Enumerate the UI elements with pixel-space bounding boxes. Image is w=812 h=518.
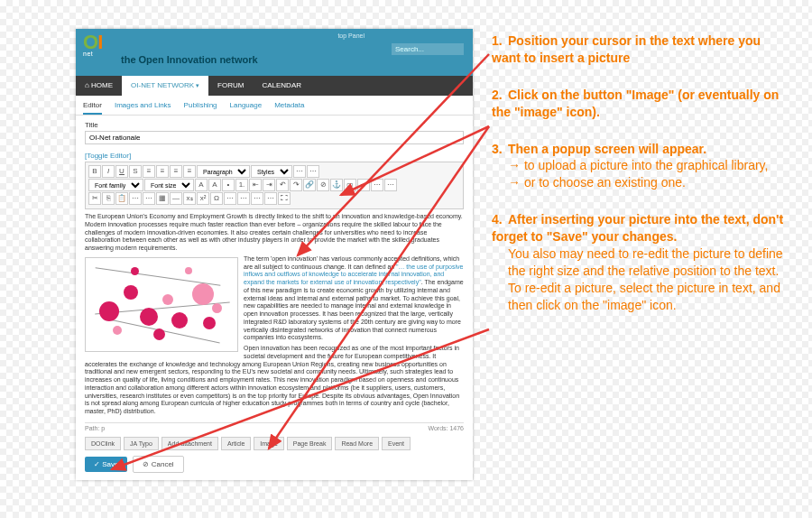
logo-i: I xyxy=(97,31,102,53)
tab-images[interactable]: Images and Links xyxy=(115,101,171,115)
site-logo: OI net xyxy=(83,31,102,57)
outdent-icon[interactable]: ⇤ xyxy=(249,179,262,191)
search-input[interactable] xyxy=(392,43,464,55)
toolbar-icon[interactable]: ⋯ xyxy=(251,192,263,205)
ol-icon[interactable]: 1. xyxy=(235,179,248,191)
toolbar-icon[interactable]: A xyxy=(208,179,221,191)
jatypo-button[interactable]: JA Typo xyxy=(124,437,159,450)
toggle-editor-link[interactable]: [Toggle Editor] xyxy=(76,150,473,162)
toolbar-icon[interactable]: ⋯ xyxy=(307,165,319,178)
article-body[interactable]: The European Union's Economy and Employm… xyxy=(85,213,464,419)
save-button[interactable]: Save xyxy=(85,457,127,472)
char-icon[interactable]: Ω xyxy=(210,192,223,205)
table-icon[interactable]: ▦ xyxy=(156,192,169,205)
toolbar-icon[interactable]: ⋯ xyxy=(293,165,306,178)
link-icon[interactable]: 🔗 xyxy=(303,179,316,191)
toolbar-icon[interactable]: ⋯ xyxy=(384,179,397,191)
word-count: Words: 1476 xyxy=(428,425,464,431)
nav-home[interactable]: HOME xyxy=(76,76,122,96)
align-justify-icon[interactable]: ≡ xyxy=(183,165,196,178)
doclink-button[interactable]: DOClink xyxy=(85,437,121,450)
strike-icon[interactable]: S xyxy=(129,165,142,178)
ul-icon[interactable]: • xyxy=(222,179,235,191)
event-button[interactable]: Event xyxy=(382,437,411,450)
font-size-select[interactable]: Font size xyxy=(144,179,194,191)
instruction-sub: to upload a picture into the graphical l… xyxy=(508,157,789,174)
bold-icon[interactable]: B xyxy=(88,165,101,178)
inline-figure[interactable] xyxy=(85,257,238,352)
cut-icon[interactable]: ✂ xyxy=(88,192,101,205)
tab-metadata[interactable]: Metadata xyxy=(274,101,304,115)
image-button[interactable]: Image xyxy=(254,437,283,450)
body-paragraph: Open innovation has been recognized as o… xyxy=(85,345,464,416)
styles-select[interactable]: Styles xyxy=(251,165,292,178)
insert-button-row: DOClink JA Typo Add attachment Article I… xyxy=(85,437,464,450)
main-nav: HOME OI-NET NETWORK FORUM CALENDAR xyxy=(76,76,473,96)
sub-icon[interactable]: x₂ xyxy=(183,192,196,205)
sup-icon[interactable]: x² xyxy=(197,192,209,205)
fullscreen-icon[interactable]: ⛶ xyxy=(278,192,291,205)
underline-icon[interactable]: U xyxy=(115,165,128,178)
toolbar-icon[interactable]: ⋯ xyxy=(129,192,142,205)
undo-icon[interactable]: ↶ xyxy=(276,179,289,191)
italic-icon[interactable]: I xyxy=(102,165,115,178)
toolbar-icon[interactable]: ⋯ xyxy=(143,192,155,205)
toolbar-icon[interactable]: ⋯ xyxy=(224,192,236,205)
site-banner: OI net the Open Innovation network top P… xyxy=(76,29,473,76)
indent-icon[interactable]: ⇥ xyxy=(263,179,275,191)
cancel-button[interactable]: Cancel xyxy=(133,456,183,473)
save-bar: Save Cancel xyxy=(85,456,464,473)
editor-subtabs: Editor Images and Links Publishing Langu… xyxy=(76,96,473,116)
tab-editor[interactable]: Editor xyxy=(83,101,102,115)
nav-calendar[interactable]: CALENDAR xyxy=(253,76,310,96)
search-box xyxy=(392,43,464,55)
tab-publishing[interactable]: Publishing xyxy=(184,101,217,115)
page-break-button[interactable]: Page Break xyxy=(287,437,333,450)
image-icon[interactable]: ▭ xyxy=(344,179,356,191)
editor-statusbar: Path: p Words: 1476 xyxy=(85,422,464,433)
instruction-step-1: 1.Position your cursor in the text where… xyxy=(492,32,789,67)
align-center-icon[interactable]: ≡ xyxy=(156,165,169,178)
instruction-sub: To re-edit a picture, select the picture… xyxy=(508,280,789,314)
tab-language[interactable]: Language xyxy=(230,101,263,115)
unlink-icon[interactable]: ⊘ xyxy=(317,179,329,191)
align-right-icon[interactable]: ≡ xyxy=(170,165,182,178)
nav-forum[interactable]: FORUM xyxy=(208,76,253,96)
top-panel-tab[interactable]: top Panel xyxy=(337,32,364,39)
title-field-wrap: Title xyxy=(76,116,473,150)
nav-network[interactable]: OI-NET NETWORK xyxy=(122,76,208,96)
anchor-icon[interactable]: ⚓ xyxy=(330,179,343,191)
instruction-step-2: 2.Click on the button "Image" (or eventu… xyxy=(492,87,789,121)
instruction-step-4: 4.After inserting your picture into the … xyxy=(492,211,789,313)
body-paragraph: The European Union's Economy and Employm… xyxy=(85,213,464,253)
add-attachment-button[interactable]: Add attachment xyxy=(161,437,218,450)
font-family-select[interactable]: Font family xyxy=(88,179,143,191)
toolbar-icon[interactable]: ⋯ xyxy=(264,192,277,205)
toolbar-icon[interactable]: ⋯ xyxy=(357,179,370,191)
redo-icon[interactable]: ↷ xyxy=(290,179,302,191)
title-input[interactable] xyxy=(85,131,464,144)
instruction-step-3: 3.Then a popup screen will appear. to up… xyxy=(492,141,789,192)
instruction-sub: or to choose an existing one. xyxy=(508,174,789,191)
path-indicator: Path: p xyxy=(85,425,105,431)
title-label: Title xyxy=(85,121,464,129)
paragraph-select[interactable]: Paragraph xyxy=(197,165,250,178)
instruction-list: 1.Position your cursor in the text where… xyxy=(492,32,789,334)
toolbar-icon[interactable]: A xyxy=(195,179,208,191)
read-more-button[interactable]: Read More xyxy=(335,437,379,450)
site-tagline: the Open Innovation network xyxy=(121,54,258,65)
hr-icon[interactable]: — xyxy=(170,192,182,205)
instruction-sub: You also may need to re-edit the picture… xyxy=(508,245,789,280)
cms-editor-screenshot: OI net the Open Innovation network top P… xyxy=(76,29,473,480)
copy-icon[interactable]: ⎘ xyxy=(102,192,115,205)
toolbar-icon[interactable]: ⋯ xyxy=(371,179,383,191)
article-button[interactable]: Article xyxy=(221,437,251,450)
paste-icon[interactable]: 📋 xyxy=(115,192,128,205)
align-left-icon[interactable]: ≡ xyxy=(143,165,155,178)
toolbar-icon[interactable]: ⋯ xyxy=(237,192,250,205)
wysiwyg-toolbar: B I U S ≡ ≡ ≡ ≡ Paragraph Styles ⋯ ⋯ Fon… xyxy=(85,162,464,209)
